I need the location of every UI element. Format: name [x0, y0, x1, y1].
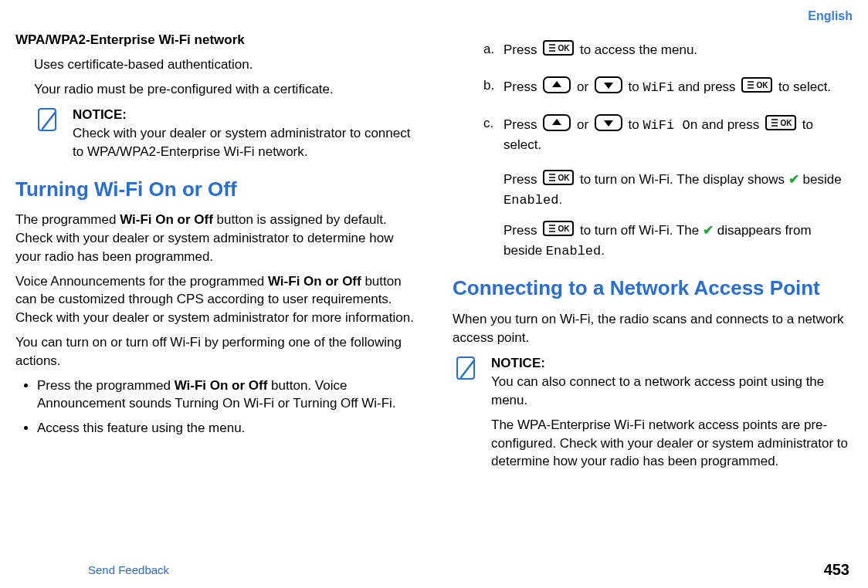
notice-block: NOTICE: Check with your dealer or system…	[34, 106, 415, 161]
connecting-p1: When you turn on Wi-Fi, the radio scans …	[453, 310, 853, 347]
notice-icon	[34, 106, 62, 161]
notice-line1: You can also connect to a network access…	[491, 374, 824, 407]
notice-line2: The WPA-Enterprise Wi-Fi network access …	[491, 416, 853, 471]
language-label: English	[15, 9, 853, 23]
bullet-item-2: Access this feature using the menu.	[37, 419, 415, 438]
bullet-item-1: Press the programmed Wi-Fi On or Off but…	[37, 377, 415, 414]
step-b-body: Press or to WiFi and press OK to sel	[504, 76, 853, 99]
turning-p1: The programmed Wi-Fi On or Off button is…	[15, 211, 415, 265]
notice-label: NOTICE:	[73, 107, 127, 122]
check-icon: ✔	[788, 172, 799, 187]
notice-label-right: NOTICE:	[491, 356, 545, 370]
check-icon: ✔	[703, 223, 714, 238]
notice-block-right: NOTICE: You can also connect to a networ…	[453, 354, 853, 477]
step-a: a. Press OK to access the menu.	[483, 40, 853, 61]
left-column: WPA/WPA2-Enterprise Wi-Fi network Uses c…	[15, 31, 415, 555]
wpa-description-block: Uses certificate-based authentication. Y…	[34, 56, 415, 99]
menu-ok-button-icon: OK	[543, 40, 574, 61]
up-arrow-button-icon	[543, 76, 571, 99]
turn-on-result: Press OK to turn on Wi-Fi. The display s…	[504, 170, 853, 210]
svg-text:OK: OK	[558, 174, 571, 182]
connecting-heading: Connecting to a Network Access Point	[453, 274, 853, 302]
menu-steps: a. Press OK to access the menu. b. Press	[483, 40, 853, 154]
document-page: English WPA/WPA2-Enterprise Wi-Fi networ…	[0, 0, 868, 588]
two-column-content: WPA/WPA2-Enterprise Wi-Fi network Uses c…	[15, 31, 853, 555]
step-letter-a: a.	[483, 40, 504, 61]
svg-rect-0	[39, 109, 56, 130]
turning-p2: Voice Announcements for the programmed W…	[15, 272, 415, 327]
menu-ok-button-icon: OK	[741, 77, 772, 98]
menu-ok-button-icon: OK	[765, 115, 796, 136]
menu-ok-button-icon: OK	[543, 221, 574, 242]
notice-text-right: NOTICE: You can also connect to a networ…	[491, 354, 853, 477]
svg-text:OK: OK	[780, 119, 792, 127]
turning-p3: You can turn on or turn off Wi-Fi by per…	[15, 333, 415, 370]
send-feedback-link[interactable]: Send Feedback	[88, 563, 169, 576]
wpa-line-1: Uses certificate-based authentication.	[34, 56, 415, 74]
step-letter-b: b.	[483, 76, 504, 99]
notice-icon	[453, 354, 480, 477]
notice-text: NOTICE: Check with your dealer or system…	[73, 106, 415, 161]
step-b: b. Press or to WiFi and press OK	[483, 76, 853, 99]
step-c: c. Press or to WiFi On and press OK	[483, 114, 853, 155]
up-arrow-button-icon	[543, 114, 571, 137]
down-arrow-button-icon	[595, 76, 622, 99]
wpa-network-title: WPA/WPA2-Enterprise Wi-Fi network	[15, 31, 415, 49]
page-footer: Send Feedback 453	[15, 561, 853, 579]
page-number: 453	[824, 561, 849, 579]
menu-ok-button-icon: OK	[543, 170, 574, 191]
svg-text:OK: OK	[757, 81, 769, 90]
down-arrow-button-icon	[595, 114, 622, 137]
svg-rect-30	[457, 357, 474, 379]
right-column: a. Press OK to access the menu. b. Press	[453, 31, 853, 555]
step-a-body: Press OK to access the menu.	[504, 40, 853, 61]
svg-text:OK: OK	[558, 225, 571, 233]
wpa-line-2: Your radio must be pre-configured with a…	[34, 80, 415, 99]
action-bullet-list: Press the programmed Wi-Fi On or Off but…	[37, 377, 415, 438]
notice-body: Check with your dealer or system adminis…	[73, 126, 410, 159]
turn-off-result: Press OK to turn off Wi-Fi. The ✔ disapp…	[504, 221, 853, 261]
turning-wifi-heading: Turning Wi-Fi On or Off	[15, 175, 415, 203]
svg-text:OK: OK	[558, 44, 571, 52]
step-c-body: Press or to WiFi On and press OK to	[504, 114, 853, 155]
step-letter-c: c.	[483, 114, 504, 155]
